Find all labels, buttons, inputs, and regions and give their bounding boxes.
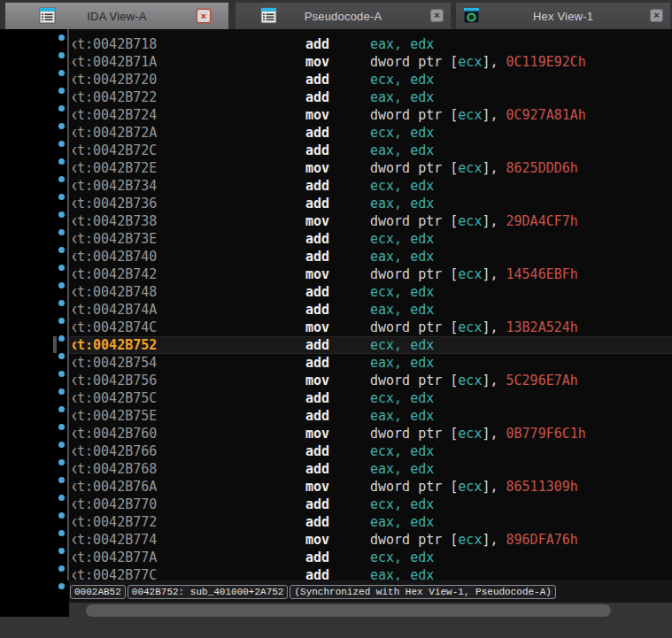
operand-number: 8625DDD6h xyxy=(506,160,578,176)
navband-dot xyxy=(58,123,65,129)
navband-dot xyxy=(58,88,65,94)
address: xt:0042B73E xyxy=(73,230,157,248)
operand-plain: dword ptr [ xyxy=(370,160,458,176)
navband-dot xyxy=(58,282,65,288)
disassembly-line[interactable]: xt:0042B77Aaddecx, edx xyxy=(69,549,672,566)
tab-hex-view-1[interactable]: Hex View-1 × xyxy=(456,3,670,29)
disassembly-line[interactable]: xt:0042B72Caddeax, edx xyxy=(69,142,672,159)
disassembly-line[interactable]: xt:0042B742movdword ptr [ecx], 14546EBFh xyxy=(69,265,672,283)
disassembly-line[interactable]: xt:0042B754addeax, edx xyxy=(69,354,672,372)
disassembly-line[interactable]: xt:0042B77Caddeax, edx xyxy=(69,566,672,580)
mnemonic: add xyxy=(305,407,329,425)
operand-register: ecx, edx xyxy=(370,496,434,512)
operand-register: ecx xyxy=(458,426,482,442)
operand-plain: ], xyxy=(482,266,506,282)
operand-register: ecx, edx xyxy=(370,443,434,459)
horizontal-scrollbar-thumb[interactable] xyxy=(86,604,611,617)
operand-plain: ], xyxy=(482,532,506,548)
navband-dot xyxy=(58,477,65,483)
status-current-address: 0042B752: sub_401000+2A752 xyxy=(127,585,289,599)
disassembly-line[interactable]: xt:0042B756movdword ptr [ecx], 5C296E7Ah xyxy=(69,372,672,389)
disassembly-line[interactable]: xt:0042B71Amovdword ptr [ecx], 0C119E92C… xyxy=(69,53,672,71)
disassembly-line[interactable]: xt:0042B72Emovdword ptr [ecx], 8625DDD6h xyxy=(69,159,672,177)
disassembly-line[interactable]: xt:0042B720addecx, edx xyxy=(69,71,672,88)
address: xt:0042B74C xyxy=(73,319,157,336)
operands: dword ptr [ecx], 0C119E92Ch xyxy=(370,53,586,71)
mnemonic: add xyxy=(305,248,329,265)
close-icon[interactable]: × xyxy=(430,9,444,22)
mnemonic: add xyxy=(305,549,329,566)
disassembly-line[interactable]: xt:0042B768addeax, edx xyxy=(69,460,672,478)
operand-register: ecx, edx xyxy=(370,550,434,565)
address: xt:0042B772 xyxy=(73,513,157,531)
navband-dot xyxy=(58,565,65,572)
navband-dot xyxy=(58,158,65,165)
address: xt:0042B724 xyxy=(73,106,157,124)
close-icon[interactable]: × xyxy=(650,9,663,22)
disassembly-line[interactable]: xt:0042B75Caddecx, edx xyxy=(69,389,672,407)
operand-register: ecx xyxy=(458,107,482,123)
mnemonic: mov xyxy=(305,478,329,496)
disassembly-line[interactable]: xt:0042B738movdword ptr [ecx], 29DA4CF7h xyxy=(69,212,672,230)
disassembly-line[interactable]: xt:0042B722addeax, edx xyxy=(69,88,672,106)
mnemonic: add xyxy=(305,283,329,301)
navband-dot xyxy=(58,406,65,412)
operands: ecx, edx xyxy=(370,177,434,195)
address: xt:0042B748 xyxy=(73,283,157,301)
operand-register: ecx, edx xyxy=(370,390,434,406)
mnemonic: mov xyxy=(305,53,329,71)
disassembly-line[interactable]: xt:0042B76Amovdword ptr [ecx], 86511309h xyxy=(69,478,672,496)
disassembly-line[interactable]: xt:0042B74Cmovdword ptr [ecx], 13B2A524h xyxy=(69,319,672,336)
operand-register: eax, edx xyxy=(370,249,434,265)
navband-dot xyxy=(58,176,65,182)
navband-dot xyxy=(58,229,65,235)
disassembly-line[interactable]: xt:0042B734addecx, edx xyxy=(69,177,672,195)
mnemonic: mov xyxy=(305,531,329,549)
operands: dword ptr [ecx], 0B779F6C1h xyxy=(370,425,586,442)
tab-label: IDA View-A xyxy=(5,3,228,29)
operand-plain: dword ptr [ xyxy=(370,213,458,229)
operand-register: ecx, edx xyxy=(370,337,434,353)
operands: ecx, edx xyxy=(370,124,434,142)
close-icon[interactable]: × xyxy=(197,9,211,23)
operand-plain: dword ptr [ xyxy=(370,319,458,335)
mnemonic: mov xyxy=(305,212,329,230)
operand-register: eax, edx xyxy=(370,302,434,318)
tab-pseudocode-a[interactable]: Pseudocode-A × xyxy=(236,3,451,29)
operand-plain: dword ptr [ xyxy=(370,54,458,70)
address: xt:0042B754 xyxy=(73,354,157,372)
disassembly-line[interactable]: xt:0042B772addeax, edx xyxy=(69,513,672,531)
operand-plain: ], xyxy=(482,319,506,335)
mnemonic: add xyxy=(305,88,329,106)
disassembly-line[interactable]: xt:0042B74Aaddeax, edx xyxy=(69,301,672,319)
disassembly-line[interactable]: xt:0042B72Aaddecx, edx xyxy=(69,124,672,142)
disassembly-line[interactable]: xt:0042B740addeax, edx xyxy=(69,248,672,265)
operand-plain: ], xyxy=(482,54,506,70)
disassembly-line[interactable]: xt:0042B736addeax, edx xyxy=(69,195,672,212)
operand-register: eax, edx xyxy=(370,355,434,371)
disassembly-line[interactable]: xt:0042B718addeax, edx xyxy=(69,35,672,53)
tab-ida-view-a[interactable]: IDA View-A × xyxy=(5,3,228,29)
disassembly-view[interactable]: xt:0042B718addeax, edxxt:0042B71Amovdwor… xyxy=(69,29,672,580)
operands: eax, edx xyxy=(370,248,434,265)
disassembly-line[interactable]: xt:0042B774movdword ptr [ecx], 896DFA76h xyxy=(69,531,672,549)
address: xt:0042B766 xyxy=(73,442,157,460)
disassembly-line[interactable]: xt:0042B75Eaddeax, edx xyxy=(69,407,672,425)
operand-register: ecx xyxy=(458,213,482,229)
disassembly-line[interactable]: xt:0042B766addecx, edx xyxy=(69,442,672,460)
disassembly-line[interactable]: xt:0042B760movdword ptr [ecx], 0B779F6C1… xyxy=(69,425,672,442)
disassembly-line[interactable]: xt:0042B770addecx, edx xyxy=(69,496,672,513)
operands: eax, edx xyxy=(370,354,434,372)
navband-dot xyxy=(58,194,65,200)
navband[interactable] xyxy=(0,29,69,617)
operand-register: ecx xyxy=(458,373,482,388)
navband-dot xyxy=(58,548,65,554)
mnemonic: add xyxy=(305,124,329,142)
disassembly-line[interactable]: xt:0042B73Eaddecx, edx xyxy=(69,230,672,248)
operand-register: eax, edx xyxy=(370,514,434,530)
mnemonic: add xyxy=(305,354,329,372)
operand-plain: ], xyxy=(482,479,506,495)
disassembly-line[interactable]: xt:0042B724movdword ptr [ecx], 0C927A81A… xyxy=(69,106,672,124)
disassembly-line[interactable]: xt:0042B748addecx, edx xyxy=(69,283,672,301)
disassembly-line[interactable]: xt:0042B752addecx, edx xyxy=(69,336,672,354)
